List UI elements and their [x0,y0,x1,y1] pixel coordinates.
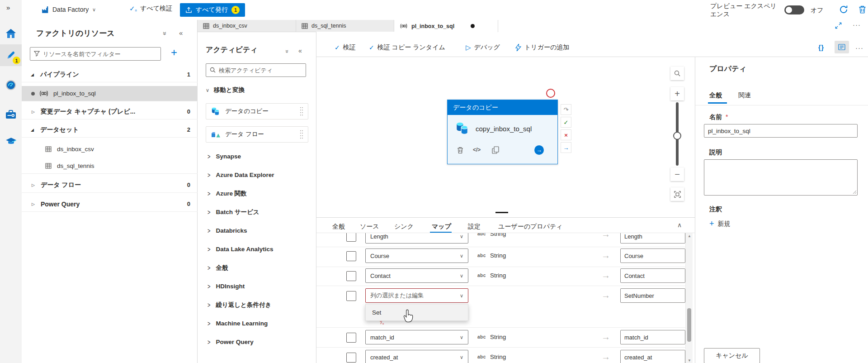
publish-all-button[interactable]: すべて発行 1 [180,3,245,17]
discard-trash-icon[interactable] [858,5,867,14]
dest-column-input[interactable] [620,268,685,283]
add-trigger-button[interactable]: トリガーの追加 [515,41,569,54]
add-resource-button[interactable]: + [171,46,177,59]
collapse-all-icon[interactable]: » [161,32,169,35]
expanded-triangle-icon[interactable]: ◢ [31,128,34,132]
add-annotation-button[interactable]: + 新規 [709,219,731,229]
section-databricks[interactable]: >Databricks [198,221,316,240]
description-textarea[interactable] [704,159,858,196]
zoom-slider-thumb[interactable] [673,132,681,140]
section-synapse[interactable]: >Synapse [198,147,316,166]
dest-column-input[interactable] [620,350,685,363]
refresh-icon[interactable] [839,5,848,14]
tree-item-dataset[interactable]: ds_inbox_csv [22,141,198,157]
activity-search-input[interactable] [206,63,306,77]
props-tab-related[interactable]: 関連 [738,91,751,100]
pipeline-canvas[interactable]: データのコピー copy_inbox_to_sql </> → ↷ ✓ × → … [316,57,695,217]
nav-learning[interactable] [0,130,22,152]
resource-filter-input[interactable] [30,47,161,61]
port-failure-icon[interactable]: × [561,129,571,140]
zoom-in-button[interactable]: + [670,87,684,100]
node-next-arrow-icon[interactable]: → [534,145,544,155]
row-checkbox[interactable] [346,233,356,242]
tab-ds-sql-tennis[interactable]: ds_sql_tennis [296,20,394,32]
tree-section-pipelines[interactable]: ◢ パイプライン 1 [22,67,198,82]
section-batch-service[interactable]: >Batch サービス [198,203,316,221]
scrollbar-thumb[interactable] [687,308,691,342]
debug-button[interactable]: ▷ デバッグ [466,41,500,54]
section-power-query[interactable]: >Power Query [198,333,316,351]
expand-sidebar-icon[interactable]: » [6,4,10,11]
source-column-select[interactable]: Length∨ [365,233,468,244]
source-column-select[interactable]: created_at∨ [365,350,468,363]
tab-source[interactable]: ソース [360,220,379,233]
nav-home[interactable] [0,23,22,44]
collapsed-triangle-icon[interactable]: ▷ [32,183,35,187]
scroll-down-icon[interactable]: ▼ [688,358,691,363]
cancel-button[interactable]: キャンセル [704,348,760,363]
drag-handle[interactable] [300,106,303,116]
section-machine-learning[interactable]: >Machine Learning [198,314,316,333]
preview-toggle[interactable] [784,5,804,14]
row-checkbox[interactable] [346,251,356,261]
section-general[interactable]: >全般 [198,258,316,277]
section-move-transform[interactable]: ∨ 移動と変換 [206,86,245,94]
collapse-panel-chevron-icon[interactable]: ∧ [677,221,682,229]
tree-item-pipeline[interactable]: pl_inbox_to_sql [22,86,198,101]
toolbar-more-icon[interactable]: ··· [855,41,863,54]
nav-manage[interactable] [0,103,22,125]
section-data-lake-analytics[interactable]: >Data Lake Analytics [198,240,316,258]
port-skip-icon[interactable]: ↷ [561,104,571,115]
table-scrollbar[interactable]: ▲ ▼ [685,233,693,363]
delete-node-icon[interactable] [457,146,464,154]
zoom-fit-button[interactable] [670,187,684,201]
zoom-out-button[interactable]: − [670,167,684,181]
node-code-icon[interactable]: </> [473,147,481,153]
pipeline-name-input[interactable] [704,124,858,138]
source-column-select[interactable]: match_id∨ [365,330,468,344]
tree-section-cdc[interactable]: ▷ 変更データ キャプチャ (プレビ... 0 [22,104,198,119]
collapse-panel-icon[interactable]: « [298,47,302,54]
tab-pl-inbox-to-sql[interactable]: pl_inbox_to_sql [394,20,498,32]
validate-all-button[interactable]: ✓≡ すべて検証 [129,5,172,13]
row-checkbox[interactable] [346,353,356,363]
expanded-triangle-icon[interactable]: ◢ [31,72,34,77]
collapse-panel-icon[interactable]: « [179,29,183,37]
port-completion-icon[interactable]: → [561,142,571,153]
dest-column-input[interactable] [620,288,685,303]
scroll-up-icon[interactable]: ▲ [688,234,691,238]
collapse-all-icon[interactable]: » [284,50,291,53]
source-column-select[interactable]: Course∨ [365,248,468,263]
tab-user-properties[interactable]: ユーザーのプロパティ [498,220,563,233]
collapsed-triangle-icon[interactable]: ▷ [32,202,35,206]
panel-resize-handle[interactable] [495,212,508,213]
nav-author[interactable]: 1 [0,44,22,66]
clone-node-icon[interactable] [492,146,499,154]
tab-mapping[interactable]: マップ [432,220,451,233]
tab-more-icon[interactable]: ··· [853,21,861,29]
tree-section-dataflow[interactable]: ▷ データ フロー 0 [22,177,198,193]
section-iteration-conditionals[interactable]: >繰り返しと条件付き [198,296,316,314]
section-azure-functions[interactable]: >Azure 関数 [198,184,316,203]
tab-sink[interactable]: シンク [394,220,414,233]
dest-column-input[interactable] [620,233,685,244]
validate-button[interactable]: ✓ 検証 [335,41,356,54]
source-column-select-error[interactable]: 列の選択または編集∨ [365,288,468,303]
tab-ds-inbox-csv[interactable]: ds_inbox_csv [198,20,296,32]
tree-section-datasets[interactable]: ◢ データセット 2 [22,122,198,138]
activity-data-flow[interactable]: データ フロー [206,126,308,143]
section-hdinsight[interactable]: >HDInsight [198,277,316,296]
tree-item-dataset[interactable]: ds_sql_tennis [22,158,198,174]
section-azure-data-explorer[interactable]: >Azure Data Explorer [198,166,316,184]
dest-column-input[interactable] [620,248,685,263]
code-view-icon[interactable]: {} [818,41,824,54]
row-checkbox[interactable] [346,291,356,301]
tab-settings[interactable]: 設定 [468,220,481,233]
dest-column-input[interactable] [620,330,685,344]
tab-general[interactable]: 全般 [332,220,345,233]
copy-activity-node[interactable]: データのコピー copy_inbox_to_sql </> → [447,100,558,164]
canvas-view-icon[interactable] [835,41,849,53]
nav-monitor[interactable] [0,74,22,96]
props-tab-general[interactable]: 全般 [709,91,722,100]
collapsed-triangle-icon[interactable]: ▷ [32,110,35,114]
